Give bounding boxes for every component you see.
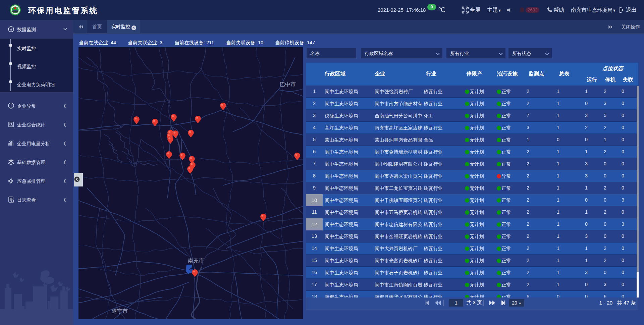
svg-text:巴中市: 巴中市 [280,82,296,87]
svg-text:遂宁市: 遂宁市 [112,308,128,314]
svg-text:南充市: 南充市 [188,258,204,263]
